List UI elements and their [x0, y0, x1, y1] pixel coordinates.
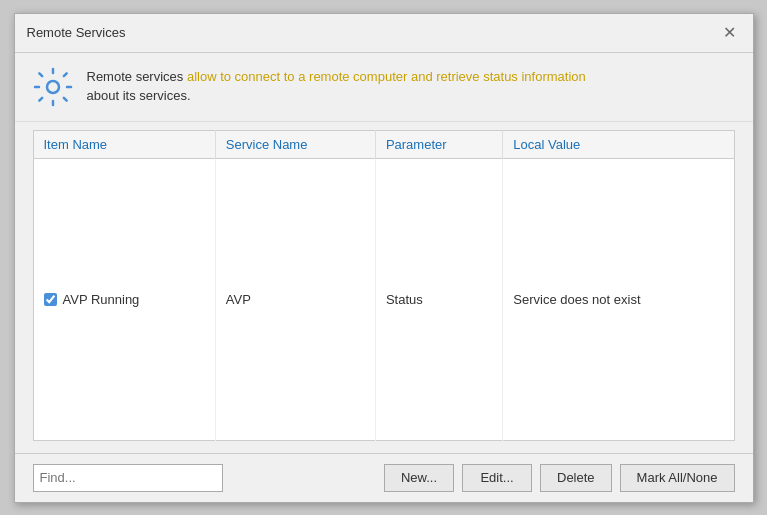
info-section: Remote services allow to connect to a re…	[15, 53, 753, 122]
mark-all-button[interactable]: Mark All/None	[620, 464, 735, 492]
col-service-name: Service Name	[215, 130, 375, 158]
services-table: Item Name Service Name Parameter Local V…	[33, 130, 735, 441]
col-item-name: Item Name	[33, 130, 215, 158]
col-local-value: Local Value	[503, 130, 734, 158]
remote-services-dialog: Remote Services ✕ Remote services allow …	[14, 13, 754, 503]
table-row: AVP Running AVP Status Service does not …	[33, 158, 734, 440]
table-header-row: Item Name Service Name Parameter Local V…	[33, 130, 734, 158]
info-description: Remote services allow to connect to a re…	[87, 67, 586, 106]
table-section: Item Name Service Name Parameter Local V…	[15, 122, 753, 453]
row-checkbox[interactable]	[44, 293, 57, 306]
gear-icon	[33, 67, 73, 107]
footer-section: New... Edit... Delete Mark All/None	[15, 453, 753, 502]
cell-service-name: AVP	[215, 158, 375, 440]
cell-parameter: Status	[375, 158, 502, 440]
new-button[interactable]: New...	[384, 464, 454, 492]
title-bar: Remote Services ✕	[15, 14, 753, 53]
find-input[interactable]	[33, 464, 223, 492]
dialog-title: Remote Services	[27, 25, 126, 40]
cell-local-value: Service does not exist	[503, 158, 734, 440]
info-highlight: allow to connect to a remote computer an…	[187, 69, 586, 84]
delete-button[interactable]: Delete	[540, 464, 612, 492]
close-button[interactable]: ✕	[719, 22, 741, 44]
col-parameter: Parameter	[375, 130, 502, 158]
edit-button[interactable]: Edit...	[462, 464, 532, 492]
cell-item-name: AVP Running	[33, 158, 215, 440]
item-name-label: AVP Running	[63, 292, 140, 307]
